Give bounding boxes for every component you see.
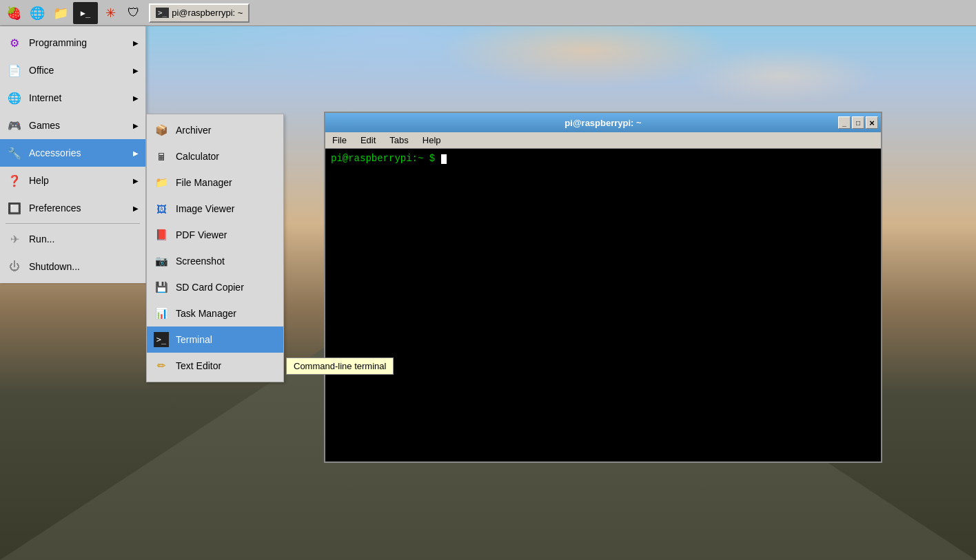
terminal-menu-edit[interactable]: Edit [356,134,380,147]
task-manager-icon: 📊 [154,306,169,321]
terminal-menu-file[interactable]: File [328,134,351,147]
acc-item-file-manager[interactable]: 📁 File Manager [147,169,283,196]
menu-item-help[interactable]: ❓ Help ▶ [0,167,145,194]
acc-item-text-editor[interactable]: ✏ Text Editor [147,353,283,379]
left-menu: ⚙ Programming ▶ 📄 Office ▶ 🌐 Internet ▶ … [0,26,146,283]
preferences-icon: 🔲 [7,200,22,216]
globe-icon[interactable]: 🌐 [26,2,48,24]
pdf-viewer-icon: 📕 [154,227,169,242]
taskbar: 🍓 🌐 📁 ▶_ ✳ 🛡 >_ pi@raspberrypi: ~ [0,0,976,26]
calculator-icon: 🖩 [154,149,169,164]
help-icon: ❓ [7,173,22,188]
maximize-button[interactable]: □ [852,116,864,129]
terminal-menu-tabs[interactable]: Tabs [385,134,412,147]
acc-item-task-manager[interactable]: 📊 Task Manager [147,300,283,326]
menu-item-run[interactable]: ✈ Run... [0,225,145,253]
acc-item-calculator[interactable]: 🖩 Calculator [147,143,283,169]
menu-item-preferences[interactable]: 🔲 Preferences ▶ [0,194,145,222]
terminal-taskbar-button[interactable]: >_ pi@raspberrypi: ~ [149,3,250,23]
file-manager-icon: 📁 [154,175,169,190]
sd-card-icon: 💾 [154,280,169,295]
terminal-tooltip: Command-line terminal [286,357,394,375]
menu-item-office[interactable]: 📄 Office ▶ [0,56,145,84]
menu-item-shutdown[interactable]: ⏻ Shutdown... [0,253,145,280]
acc-item-sd-card-copier[interactable]: 💾 SD Card Copier [147,274,283,300]
image-viewer-icon: 🖼 [154,201,169,216]
office-icon: 📄 [7,63,22,78]
terminal-menu-help[interactable]: Help [418,134,445,147]
minimize-button[interactable]: _ [838,116,851,129]
programming-icon: ⚙ [7,35,22,50]
menu-item-accessories[interactable]: 🔧 Accessories ▶ [0,139,145,167]
close-button[interactable]: × [866,116,878,129]
accessories-submenu: 📦 Archiver 🖩 Calculator 📁 File Manager 🖼… [146,114,284,382]
acc-item-archiver[interactable]: 📦 Archiver [147,117,283,143]
menu-divider [6,223,140,224]
terminal-icon[interactable]: ▶_ [73,2,98,24]
text-editor-icon: ✏ [154,358,169,373]
terminal-window: pi@raspberrypi: ~ _ □ × File Edit Tabs H… [324,112,882,463]
star-icon[interactable]: ✳ [99,2,121,24]
menu-item-programming[interactable]: ⚙ Programming ▶ [0,29,145,56]
terminal-titlebar: pi@raspberrypi: ~ _ □ × [325,113,881,132]
acc-item-image-viewer[interactable]: 🖼 Image Viewer [147,196,283,222]
archiver-icon: 📦 [154,123,169,138]
acc-item-pdf-viewer[interactable]: 📕 PDF Viewer [147,222,283,248]
acc-item-terminal[interactable]: >_ Terminal [147,326,283,353]
desktop: 🍓 🌐 📁 ▶_ ✳ 🛡 >_ pi@raspberrypi: ~ ⚙ Prog… [0,0,976,560]
terminal-window-controls: _ □ × [838,116,878,129]
terminal-prompt: pi@raspberrypi:~ $ [331,153,435,164]
accessories-icon: 🔧 [7,145,22,160]
terminal-submenu-icon: >_ [154,332,169,347]
terminal-cursor [441,154,447,164]
games-icon: 🎮 [7,118,22,133]
internet-icon: 🌐 [7,90,22,105]
menu-item-internet[interactable]: 🌐 Internet ▶ [0,84,145,112]
run-icon: ✈ [7,231,22,247]
terminal-content[interactable]: pi@raspberrypi:~ $ [325,149,881,462]
shutdown-icon: ⏻ [7,259,22,274]
shield-icon[interactable]: 🛡 [123,2,145,24]
acc-item-screenshot[interactable]: 📷 Screenshot [147,248,283,274]
raspberry-icon[interactable]: 🍓 [3,2,25,24]
terminal-menubar: File Edit Tabs Help [325,132,881,149]
menu-item-games[interactable]: 🎮 Games ▶ [0,112,145,139]
screenshot-icon: 📷 [154,253,169,269]
folder-icon[interactable]: 📁 [50,2,72,24]
